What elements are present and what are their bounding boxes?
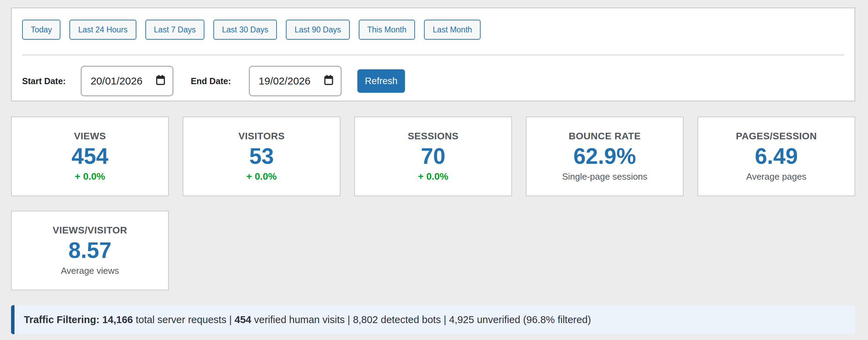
calendar-icon[interactable] [155,74,166,88]
analytics-dashboard: Today Last 24 Hours Last 7 Days Last 30 … [0,8,868,334]
traffic-filtering-label: Traffic Filtering: [24,314,102,325]
end-date-label: End Date: [191,76,231,86]
quick-range-this-month[interactable]: This Month [359,20,415,40]
stat-card-bounce-rate: BOUNCE RATE 62.9% Single-page sessions [526,117,684,196]
stat-card-value: 8.57 [68,239,112,262]
stat-card-subtitle: Single-page sessions [562,171,647,182]
date-range-row: Start Date: 20/01/2026 End Date: 19/02/2… [22,66,844,96]
stat-card-title: BOUNCE RATE [569,131,641,142]
quick-range-last-90-days[interactable]: Last 90 Days [286,20,349,40]
stat-card-title: PAGES/SESSION [736,131,817,142]
filter-panel-divider [22,54,844,56]
traffic-filtering-notice: Traffic Filtering: 14,166 total server r… [11,305,855,334]
stat-card-title: VIEWS [74,131,106,142]
quick-range-last-30-days[interactable]: Last 30 Days [213,20,277,40]
stat-card-views-per-visitor: VIEWS/VISITOR 8.57 Average views [11,211,169,290]
stat-card-delta: + 0.0% [418,171,449,182]
stat-card-title: VIEWS/VISITOR [52,225,127,236]
quick-range-today[interactable]: Today [22,20,60,40]
stat-card-value: 62.9% [573,145,636,168]
stat-card-visitors: VISITORS 53 + 0.0% [183,117,340,196]
stat-card-sessions: SESSIONS 70 + 0.0% [354,117,512,196]
stat-card-value: 70 [421,145,445,168]
refresh-button[interactable]: Refresh [357,69,405,93]
date-filter-panel: Today Last 24 Hours Last 7 Days Last 30 … [11,8,855,101]
quick-range-buttons: Today Last 24 Hours Last 7 Days Last 30 … [22,20,844,40]
stat-card-title: SESSIONS [408,131,459,142]
stat-card-delta: + 0.0% [247,171,277,182]
start-date-input[interactable]: 20/01/2026 [81,66,173,96]
end-date-value: 19/02/2026 [259,75,310,87]
start-date-label: Start Date: [22,76,66,86]
stat-card-value: 454 [71,145,108,168]
stat-card-title: VISITORS [238,131,284,142]
verified-human-visits-value: 454 [234,314,251,325]
stat-card-value: 53 [249,145,274,168]
quick-range-last-month[interactable]: Last Month [424,20,481,40]
stats-grid: VIEWS 454 + 0.0% VISITORS 53 + 0.0% SESS… [11,117,855,290]
start-date-value: 20/01/2026 [90,75,142,87]
calendar-icon[interactable] [324,74,334,88]
stat-card-subtitle: Average pages [746,171,806,182]
stat-card-subtitle: Average views [61,266,119,276]
stat-card-pages-per-session: PAGES/SESSION 6.49 Average pages [697,117,855,196]
total-server-requests-value: 14,166 [102,314,133,325]
traffic-filtering-text: Traffic Filtering: 14,166 total server r… [24,314,591,326]
end-date-input[interactable]: 19/02/2026 [249,66,341,96]
stat-card-value: 6.49 [755,145,798,168]
quick-range-last-7-days[interactable]: Last 7 Days [145,20,204,40]
stat-card-delta: + 0.0% [75,171,105,182]
quick-range-last-24-hours[interactable]: Last 24 Hours [69,20,136,40]
stat-card-views: VIEWS 454 + 0.0% [11,117,169,196]
